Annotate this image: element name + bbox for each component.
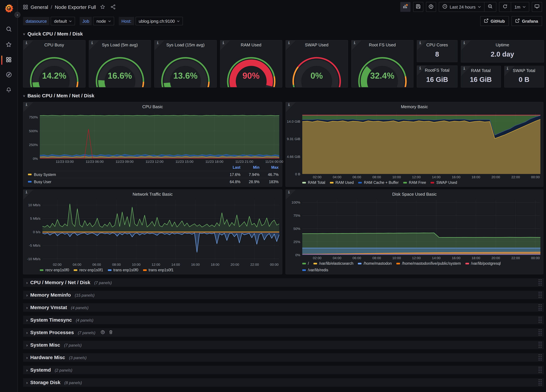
page-title[interactable]: Node Exporter Full <box>55 4 96 10</box>
row-drag-handle[interactable] <box>538 279 542 286</box>
panel-info-corner[interactable] <box>461 66 471 76</box>
row-memory-vmstat[interactable]: › Memory Vmstat(4 panels) <box>23 303 544 312</box>
legend-col-last[interactable]: Last <box>221 165 240 169</box>
variable-datasource: datasource default <box>23 17 75 25</box>
dashboard-settings-button[interactable] <box>426 2 436 12</box>
panel-rootfs-total: i RootFS Total 16 GiB <box>417 65 457 88</box>
sidebar <box>0 0 18 392</box>
series-swatch <box>28 181 32 182</box>
gauge-sys-load-5m: 16.6% <box>89 49 151 87</box>
row-drag-handle[interactable] <box>538 291 542 299</box>
panel-title[interactable]: Network Traffic Basic <box>23 190 282 198</box>
add-panel-button[interactable] <box>400 2 410 12</box>
sidebar-item-starred[interactable] <box>0 38 17 53</box>
breadcrumb-group[interactable]: General <box>31 4 48 10</box>
gauge-row: i CPU Busy 14.2% i Sys Load (5m avg) 16.… <box>23 40 544 88</box>
x-axis: 02:0004:0006:0008:0010:0012:0014:0016:00… <box>302 174 540 180</box>
panel-title[interactable]: CPU Basic <box>23 102 282 111</box>
chevron-right-icon: › <box>26 368 28 373</box>
variable-value-dropdown[interactable]: ublog.ipng.ch:9100 <box>135 17 183 25</box>
row-drag-handle[interactable] <box>538 341 542 349</box>
legend-col-max[interactable]: Max <box>260 165 279 169</box>
row-cpu-memory-net-disk[interactable]: › CPU / Memory / Net / Disk(7 panels) <box>23 278 544 287</box>
info-icon: i <box>463 41 465 45</box>
disk-space-chart[interactable] <box>302 200 540 255</box>
info-icon: i <box>25 190 27 194</box>
row-drag-handle[interactable] <box>538 316 542 324</box>
memory-basic-chart[interactable] <box>302 112 540 174</box>
grafana-link-button[interactable]: Grafana <box>512 16 542 26</box>
kiosk-mode-button[interactable] <box>532 2 542 12</box>
legend-col-min[interactable]: Min <box>240 165 260 169</box>
panel-info-corner[interactable] <box>351 40 361 50</box>
sidebar-expand-button[interactable]: › <box>14 12 20 18</box>
sidebar-item-alerting[interactable] <box>0 83 17 98</box>
row-settings-gear-icon[interactable] <box>101 329 105 335</box>
panel-info-corner[interactable] <box>286 40 296 50</box>
panel-info-corner[interactable] <box>461 40 471 50</box>
section-quick-cpu-mem-disk[interactable]: ˅ Quick CPU / Mem / Disk <box>23 31 544 38</box>
row-hardware-misc[interactable]: › Hardware Misc(3 panels) <box>23 353 544 362</box>
row-systemd[interactable]: › Systemd(2 panels) <box>23 366 544 374</box>
panel-info-corner[interactable] <box>220 40 230 50</box>
panel-cpu-busy: i CPU Busy 14.2% <box>23 40 85 88</box>
zoom-out-button[interactable] <box>484 2 496 12</box>
row-memory-meminfo[interactable]: › Memory Meminfo(15 panels) <box>23 291 544 299</box>
sidebar-item-explore[interactable] <box>0 68 17 83</box>
grafana-logo[interactable] <box>4 3 14 13</box>
panel-sys-load-5m: i Sys Load (5m avg) 16.6% <box>89 40 151 88</box>
save-dashboard-button[interactable] <box>413 2 423 12</box>
section-basic-cpu-mem-net-disk[interactable]: ˅ Basic CPU / Mem / Net / Disk <box>23 93 544 100</box>
row-system-processes[interactable]: › System Processes(7 panels) <box>23 328 544 337</box>
row-storage-disk[interactable]: › Storage Disk(8 panels) <box>23 378 544 387</box>
stat-value: 0 B <box>504 75 544 87</box>
refresh-interval-picker[interactable]: 1m <box>511 2 529 12</box>
monitor-icon <box>534 4 540 10</box>
variable-value-dropdown[interactable]: default <box>51 17 75 25</box>
row-drag-handle[interactable] <box>538 354 542 361</box>
panel-info-corner[interactable] <box>286 102 296 112</box>
share-icon[interactable] <box>110 4 116 10</box>
panel-title[interactable]: Uptime <box>461 40 544 49</box>
panel-cpu-basic: i CPU Basic 0%250%500%750% 11/23 03:0011… <box>23 102 282 187</box>
zoom-out-icon <box>488 4 493 10</box>
panel-info-corner[interactable] <box>23 40 33 50</box>
panel-cpu-cores: i CPU Cores 8 <box>417 40 457 62</box>
row-system-misc[interactable]: › System Misc(7 panels) <box>23 341 544 349</box>
refresh-button[interactable] <box>499 2 511 12</box>
row-drag-handle[interactable] <box>538 329 542 336</box>
row-system-timesync[interactable]: › System Timesync(4 panels) <box>23 316 544 324</box>
row-drag-handle[interactable] <box>538 366 542 373</box>
panel-info-corner[interactable] <box>504 66 514 76</box>
panel-info-corner[interactable] <box>89 40 99 50</box>
time-range-picker[interactable]: Last 24 hours <box>439 2 484 12</box>
panel-info-corner[interactable] <box>23 102 33 112</box>
info-icon: i <box>288 41 290 45</box>
row-delete-trash-icon[interactable] <box>109 329 113 335</box>
sidebar-item-search[interactable] <box>0 22 17 38</box>
panel-title[interactable]: Disk Space Used Basic <box>286 190 543 198</box>
github-link-button[interactable]: GitHub <box>480 16 509 26</box>
network-traffic-chart[interactable] <box>42 200 279 261</box>
panel-info-corner[interactable] <box>417 66 427 76</box>
gear-icon <box>429 4 434 10</box>
series-swatch <box>330 182 333 183</box>
breadcrumb: General / Node Exporter Full <box>23 4 116 10</box>
cpu-basic-chart[interactable] <box>40 112 279 159</box>
row-drag-handle[interactable] <box>538 304 542 311</box>
panel-swap-used: i SWAP Used 0% <box>286 40 348 88</box>
panel-title[interactable]: Memory Basic <box>286 102 543 111</box>
series-swatch <box>431 182 434 183</box>
stat-value: 16 GiB <box>461 75 500 87</box>
sidebar-item-dashboards[interactable] <box>0 53 17 68</box>
row-drag-handle[interactable] <box>538 379 542 386</box>
panel-uptime: i Uptime 2.0 day <box>461 40 544 63</box>
gauge-ram-used: 90% <box>220 49 282 87</box>
panel-ram-used: i RAM Used 90% <box>220 40 282 88</box>
panel-info-corner[interactable] <box>286 190 296 200</box>
panel-info-corner[interactable] <box>23 190 33 200</box>
variable-value-dropdown[interactable]: node <box>93 17 114 25</box>
panel-info-corner[interactable] <box>417 40 427 50</box>
panel-info-corner[interactable] <box>155 40 164 50</box>
favorite-star-icon[interactable] <box>100 4 105 10</box>
